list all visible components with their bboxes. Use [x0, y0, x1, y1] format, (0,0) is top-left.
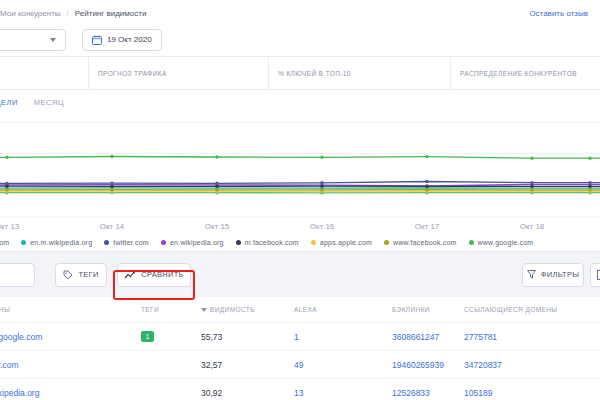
sort-desc-icon — [201, 308, 207, 312]
data-point — [425, 188, 428, 191]
legend-dot — [469, 240, 474, 245]
funnel-icon — [527, 270, 536, 279]
chevron-down-icon — [50, 38, 56, 42]
x-axis-label: Окт 17 — [415, 222, 440, 231]
backlinks-link[interactable]: 3608661247 — [392, 332, 464, 342]
tags-button-label: ТЕГИ — [78, 270, 98, 279]
x-axis-label: Окт 14 — [100, 222, 125, 231]
alexa-rank-link[interactable]: 49 — [294, 360, 392, 370]
column-header-tags[interactable]: ТЕГИ — [141, 306, 201, 313]
column-header-visibility-label: ВИДИМОСТЬ — [210, 306, 255, 313]
column-header-visibility[interactable]: ВИДИМОСТЬ — [201, 306, 294, 313]
top-bar: Мои конкуренты / Рейтинг видимости Остав… — [0, 0, 600, 23]
visibility-value: 30,92 — [201, 388, 294, 398]
period-option-month[interactable]: МЕСЯЦ — [34, 98, 64, 107]
breadcrumb-separator: / — [67, 9, 69, 18]
data-point-end — [588, 157, 591, 160]
alexa-rank-link[interactable]: 1 — [294, 332, 392, 342]
tab-truncated — [0, 57, 88, 89]
chart-legend: youtube.comen.m.wikipedia.orgtwitter.com… — [0, 239, 600, 246]
columns-settings-button[interactable] — [590, 263, 600, 287]
data-point — [215, 185, 218, 188]
data-point — [110, 185, 113, 188]
data-point — [5, 188, 8, 191]
table-header: ДОМЕНЫ ТЕГИ ВИДИМОСТЬ ALEXA БЭКЛИНКИ ССЫ… — [0, 297, 600, 323]
leave-feedback-link[interactable]: Оставить отзыв — [529, 9, 588, 18]
tab-traffic-forecast[interactable]: ПРОГНОЗ ТРАФИКА — [88, 57, 268, 89]
ref-domains-link[interactable]: 2775781 — [464, 332, 600, 342]
table-row: twitter.com32,57491946026593934720837 — [0, 351, 600, 379]
legend-item[interactable]: youtube.com — [0, 239, 9, 246]
domains-table: ДОМЕНЫ ТЕГИ ВИДИМОСТЬ ALEXA БЭКЛИНКИ ССЫ… — [0, 297, 600, 400]
x-axis-label: Окт 16 — [310, 222, 335, 231]
column-header-alexa[interactable]: ALEXA — [294, 306, 392, 313]
breadcrumb-item-competitors[interactable]: Мои конкуренты — [0, 9, 61, 18]
legend-dot — [161, 240, 166, 245]
legend-label: www.google.com — [478, 239, 534, 246]
cell-tags: 1 — [141, 331, 201, 342]
period-option-weeks[interactable]: НЕДЕЛИ — [0, 98, 18, 107]
filters-button-label: ФИЛЬТРЫ — [541, 270, 580, 279]
series-line-www.google.com — [0, 157, 600, 159]
data-point — [320, 156, 323, 159]
domain-link[interactable]: www.google.com — [0, 332, 141, 342]
data-point — [530, 185, 533, 188]
data-point-end — [588, 188, 591, 191]
legend-label: www.facebook.com — [393, 239, 457, 246]
column-header-domains[interactable]: ДОМЕНЫ — [0, 306, 141, 313]
filters-button[interactable]: ФИЛЬТРЫ — [522, 263, 584, 287]
page-content: Мои конкуренты / Рейтинг видимости Остав… — [0, 0, 600, 400]
compare-button[interactable]: СРАВНИТЬ — [117, 263, 191, 287]
domain-link[interactable]: en.wikipedia.org — [0, 388, 141, 398]
search-field[interactable] — [0, 263, 35, 287]
legend-item[interactable]: en.m.wikipedia.org — [21, 239, 92, 246]
column-header-ref-domains[interactable]: ССЫЛАЮЩИЕСЯ ДОМЕНЫ — [464, 306, 600, 313]
data-point — [425, 155, 428, 158]
legend-item[interactable]: apps.apple.com — [311, 239, 372, 246]
legend-label: youtube.com — [0, 239, 9, 246]
legend-item[interactable]: www.facebook.com — [384, 239, 457, 246]
data-point — [320, 188, 323, 191]
tag-count-badge: 1 — [141, 331, 154, 342]
backlinks-link[interactable]: 19460265939 — [392, 360, 464, 370]
table-row: www.google.com155,73136086612472775781 — [0, 323, 600, 351]
legend-item[interactable]: www.google.com — [469, 239, 534, 246]
legend-dot — [384, 240, 389, 245]
legend-dot — [104, 240, 109, 245]
tab-competitor-distribution[interactable]: РАСПРЕДЕЛЕНИЕ КОНКУРЕНТОВ — [450, 57, 600, 89]
visibility-chart: Окт 13Окт 14Окт 15Окт 16Окт 17Окт 18 — [0, 108, 600, 234]
legend-item[interactable]: en.wikipedia.org — [161, 239, 224, 246]
data-point — [530, 157, 533, 160]
data-point — [425, 185, 428, 188]
ref-domains-link[interactable]: 34720837 — [464, 360, 600, 370]
data-point — [5, 156, 8, 159]
tags-button[interactable]: ТЕГИ — [55, 263, 107, 287]
search-input[interactable] — [0, 269, 26, 280]
column-header-backlinks[interactable]: БЭКЛИНКИ — [392, 306, 464, 313]
ref-domains-link[interactable]: 105189 — [464, 388, 600, 398]
breadcrumb-item-visibility-rating[interactable]: Рейтинг видимости — [75, 9, 147, 18]
data-point — [110, 155, 113, 158]
alexa-rank-link[interactable]: 13 — [294, 388, 392, 398]
chart-section: НЕДЕЛИ МЕСЯЦ Окт 13Окт 14Окт 15Окт 16Окт… — [0, 96, 600, 252]
data-point — [320, 184, 323, 187]
data-point — [215, 155, 218, 158]
legend-item[interactable]: m.facebook.com — [236, 239, 299, 246]
data-point — [5, 185, 8, 188]
domain-link[interactable]: twitter.com — [0, 360, 141, 370]
data-point — [215, 188, 218, 191]
controls-row: 19 Окт 2020 — [0, 23, 600, 56]
tag-icon — [63, 270, 73, 280]
x-axis-label: Окт 13 — [0, 222, 20, 231]
metric-tab-bar: ПРОГНОЗ ТРАФИКА % КЛЮЧЕЙ В ТОП-10 РАСПРЕ… — [0, 56, 600, 90]
date-picker-button[interactable]: 19 Окт 2020 — [82, 29, 162, 51]
legend-label: m.facebook.com — [245, 239, 299, 246]
calendar-icon — [92, 35, 102, 45]
tab-keys-in-top10[interactable]: % КЛЮЧЕЙ В ТОП-10 — [268, 57, 450, 89]
backlinks-link[interactable]: 12526833 — [392, 388, 464, 398]
table-toolbar: ТЕГИ СРАВНИТЬ ФИЛЬТРЫ — [0, 252, 600, 297]
legend-item[interactable]: twitter.com — [104, 239, 149, 246]
project-select[interactable] — [0, 29, 66, 51]
period-toggle: НЕДЕЛИ МЕСЯЦ — [0, 96, 600, 108]
visibility-value: 55,73 — [201, 332, 294, 342]
